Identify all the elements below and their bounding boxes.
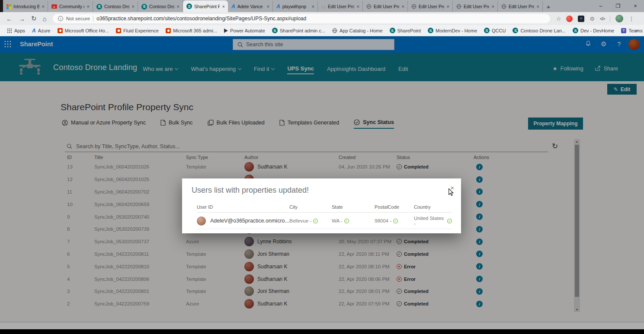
site-nav-item[interactable]: Who we are [143,66,178,74]
info-icon[interactable]: i [476,251,483,257]
scrollbar-thumb[interactable] [575,145,579,297]
browser-tab[interactable]: A playwithpnp × [273,1,318,12]
tab-close-icon[interactable]: × [401,4,405,9]
extension-red-icon[interactable] [566,16,573,22]
pivot-tab[interactable]: Templates Generated [279,120,340,128]
reload-button[interactable]: ↻ [31,15,37,22]
info-icon[interactable]: i [476,288,483,295]
settings-gear-icon[interactable]: ⚙ [601,40,606,48]
bookmark-item[interactable]: SSharePoint admin c... [272,28,325,33]
browser-tab[interactable]: Edit User Pro × [453,1,498,12]
info-icon[interactable]: i [476,263,483,270]
table-row[interactable]: 13 SyncJob_060420201026 Template Sudhars… [67,161,573,173]
bookmark-item[interactable]: SQCCU [484,28,506,33]
table-row[interactable]: 6 SyncJob_042220200811 Template Joni She… [67,248,573,261]
property-mapping-button[interactable]: Property Mapping [528,118,583,130]
tab-close-icon[interactable]: × [266,4,270,9]
table-search-input[interactable]: Search by Title, SyncType, Author, Statu… [65,141,548,152]
new-tab-button[interactable]: + [543,1,554,12]
table-row[interactable]: 5 SyncJob_042220200810 Template Sudharsa… [67,260,573,273]
waffle-icon[interactable] [4,41,11,49]
site-nav-item[interactable]: Edit [398,66,408,74]
bookmark-item[interactable]: Fluid Experience [116,28,159,33]
help-icon[interactable]: ? [617,40,621,48]
extension-code-icon[interactable]: </> [600,16,605,21]
following-button[interactable]: ★ Following [553,65,583,72]
tab-close-icon[interactable]: × [176,4,180,9]
info-icon[interactable]: i [476,188,483,195]
tab-close-icon[interactable]: × [491,4,495,9]
browser-tab[interactable]: S Contoso Dro × [93,1,138,12]
column-header[interactable]: Sync Type [186,155,244,160]
site-info-icon[interactable]: i [58,16,63,21]
table-row[interactable]: 2 SyncJob_042220200759 Azure Sudharsan K… [67,298,573,310]
bookmark-item[interactable]: SContoso Drone Lan... [513,28,566,33]
info-icon[interactable]: i [476,226,483,232]
bookmark-item[interactable]: AAzure [32,28,50,34]
url-text[interactable]: o365practice.sharepoint.com/sites/contos… [96,16,306,22]
tab-close-icon[interactable]: × [446,4,450,9]
table-row[interactable]: 3 SyncJob_042220200801 Template Joni She… [67,285,573,298]
site-nav-item[interactable]: What's happening [191,66,241,74]
tab-close-icon[interactable]: × [356,4,360,9]
table-row[interactable]: 7 SyncJob_053020200737 Azure Lynne Robbi… [67,235,573,248]
site-search-input[interactable]: Search this site [233,39,394,50]
info-icon[interactable]: i [476,276,483,282]
bookmark-item[interactable]: Power Automate [224,28,265,33]
browser-tab[interactable]: ▸ Community c × [48,1,93,12]
user-avatar[interactable] [628,39,640,50]
column-header[interactable]: Status [397,155,474,160]
extension-gear-icon[interactable]: ⚙ [590,16,595,22]
bookmark-item[interactable]: SModernDev - Home [428,28,477,33]
site-nav-item[interactable]: Find it [254,66,274,74]
share-button[interactable]: Share [595,66,618,72]
bookmark-item[interactable]: Microsoft Office Ho... [58,28,109,33]
notifications-bell-icon[interactable] [585,40,592,48]
home-button[interactable]: ⌂ [43,15,47,22]
browser-profile-avatar[interactable] [615,15,623,22]
info-icon[interactable]: i [476,239,483,245]
column-header[interactable]: Actions [474,155,500,160]
close-window-button[interactable]: × [627,3,644,9]
browser-tab[interactable]: Edit User Pro × [498,1,543,12]
bookmarks-overflow-icon[interactable]: » [635,28,638,34]
column-header[interactable]: Title [94,155,186,160]
bookmark-item[interactable]: App Catalog - Home [332,28,383,33]
info-icon[interactable]: i [476,164,483,170]
column-header[interactable]: Created [339,155,397,160]
page-edit-button[interactable]: ✎ Edit [607,84,637,95]
pivot-tab[interactable]: Sync Status [354,119,394,129]
bookmark-item[interactable]: SDev - DevHome [573,28,614,33]
browser-tab[interactable]: S Contoso Dro × [138,1,183,12]
table-row[interactable]: 4 SyncJob_042220200806 Template Sudharsa… [67,273,573,285]
tab-close-icon[interactable]: × [311,4,315,9]
tab-close-icon[interactable]: × [536,4,540,9]
extension-react-icon[interactable]: ⚛ [578,16,584,22]
bookmark-item[interactable]: TTeams [621,28,642,33]
pivot-tab[interactable]: Bulk Files Uploaded [208,120,265,128]
browser-tab[interactable]: Edit User Pro × [408,1,453,12]
minimize-button[interactable]: – [592,3,609,9]
forward-button[interactable]: → [19,15,25,22]
tab-close-icon[interactable]: × [222,4,225,9]
info-icon[interactable]: i [476,301,483,307]
bookmark-item[interactable]: Microsoft 365 admi... [166,28,217,33]
bookmark-star-icon[interactable]: ☆ [556,16,561,22]
pivot-tab[interactable]: Manual or Azure Property Sync [62,120,146,128]
vertical-scrollbar[interactable]: ▲ ▼ [574,139,580,312]
site-title[interactable]: Contoso Drone Landing [53,63,137,72]
bookmark-item[interactable]: SSharePoint [390,28,421,33]
bookmark-item[interactable]: Apps [7,28,25,33]
browser-tab[interactable]: Introducing B × [3,1,48,12]
site-logo-drone-icon[interactable] [16,58,43,77]
browser-menu-icon[interactable]: ⋮ [628,16,634,22]
restore-button[interactable]: ❐ [609,3,627,9]
tab-close-icon[interactable]: × [87,4,90,9]
tab-close-icon[interactable]: × [42,4,45,9]
info-icon[interactable]: i [476,213,483,220]
scroll-up-icon[interactable]: ▲ [574,140,580,143]
browser-tab[interactable]: S SharePoint P × [183,0,228,12]
browser-tab[interactable]: A Adele Vance × [228,1,273,12]
info-icon[interactable]: i [476,176,483,183]
url-box[interactable]: i Not secure o365practice.sharepoint.com… [53,14,550,23]
